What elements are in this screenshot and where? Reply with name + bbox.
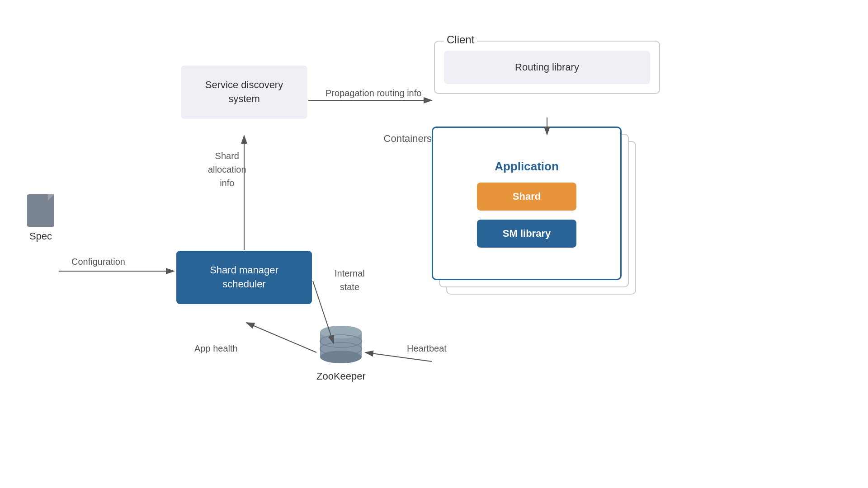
container-front: Application Shard SM library (432, 127, 622, 280)
shard-manager-label: Shard manager scheduler (210, 264, 278, 290)
spec-element: Spec (27, 194, 54, 242)
application-label: Application (495, 160, 559, 174)
shard-allocation-label: Shard allocation info (208, 149, 246, 190)
client-box: Client Routing library (434, 41, 660, 94)
shard-manager-box: Shard manager scheduler (176, 251, 312, 304)
spec-icon (27, 194, 54, 227)
heartbeat-label: Heartbeat (407, 343, 447, 354)
routing-library-label: Routing library (515, 61, 579, 73)
routing-library-box: Routing library (444, 51, 650, 84)
app-health-label: App health (194, 343, 238, 354)
service-discovery-box: Service discovery system (181, 66, 307, 119)
shard-label: Shard (513, 191, 541, 202)
zookeeper-group: ZooKeeper (316, 325, 366, 382)
configuration-label: Configuration (71, 257, 125, 267)
diagram-container: Spec Service discovery system Shard mana… (0, 0, 868, 488)
containers-label: Containers (384, 133, 432, 145)
svg-point-2 (320, 351, 362, 363)
svg-line-14 (365, 352, 432, 361)
sm-library-box: SM library (477, 220, 576, 248)
propagation-routing-label: Propagation routing info (326, 88, 421, 99)
shard-box: Shard (477, 183, 576, 211)
internal-state-label: Internal state (335, 267, 365, 294)
client-label: Client (444, 33, 477, 46)
service-discovery-label: Service discovery system (205, 79, 283, 104)
zookeeper-label: ZooKeeper (316, 371, 366, 382)
svg-line-13 (246, 323, 316, 352)
zookeeper-icon (318, 325, 363, 366)
spec-label: Spec (29, 230, 52, 242)
sm-library-label: SM library (503, 228, 551, 239)
